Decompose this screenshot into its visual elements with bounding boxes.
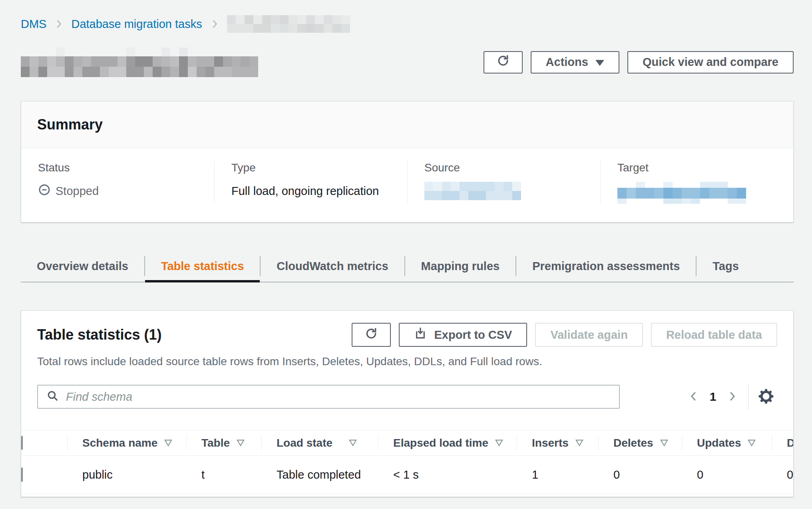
tab-tags[interactable]: Tags (697, 251, 755, 282)
tab-cloudwatch-metrics[interactable]: CloudWatch metrics (261, 251, 404, 282)
field-label: Source (424, 161, 600, 175)
column-header-updates[interactable]: Updates (682, 430, 772, 456)
row-checkbox[interactable] (21, 467, 23, 482)
chevron-right-icon (54, 19, 64, 29)
cell-table: t (186, 456, 261, 494)
sort-icon (164, 437, 173, 449)
page-header: Actions Quick view and compare (21, 47, 794, 77)
pagination: 1 (684, 384, 777, 410)
cell-elapsed-load-time: < 1 s (378, 456, 517, 494)
sort-icon (747, 437, 756, 449)
sort-icon (348, 437, 357, 449)
schema-search (37, 385, 620, 409)
column-header-table[interactable]: Table (186, 430, 261, 456)
column-header-elapsed-load-time[interactable]: Elapsed load time (378, 430, 517, 456)
sort-icon (236, 437, 245, 449)
status-badge: Stopped (38, 182, 214, 200)
refresh-icon (364, 327, 378, 343)
search-icon (47, 390, 59, 404)
chevron-right-icon (726, 390, 738, 404)
table-row: public t Table completed < 1 s 1 0 0 0 (21, 456, 794, 494)
redaction-mosaic (21, 56, 258, 77)
cell-inserts: 1 (517, 456, 598, 494)
tab-overview-details[interactable]: Overview details (21, 251, 144, 282)
export-to-csv-label: Export to CSV (434, 328, 512, 342)
field-label: Target (617, 161, 793, 175)
breadcrumb-link-migration-tasks[interactable]: Database migration tasks (71, 18, 202, 31)
column-header-ddls[interactable]: DDLs (772, 430, 794, 456)
summary-field-status: Status Stopped (21, 161, 214, 204)
summary-field-type: Type Full load, ongoing replication (214, 161, 407, 204)
target-redacted-link[interactable] (617, 182, 746, 204)
status-text: Stopped (56, 184, 99, 198)
current-page-number: 1 (703, 390, 722, 404)
caret-down-icon (595, 56, 604, 69)
summary-panel-header: Summary (21, 101, 793, 148)
next-page-button[interactable] (722, 387, 742, 406)
dms-task-page: DMS Database migration tasks Actions (0, 0, 812, 497)
summary-field-target: Target (600, 161, 793, 204)
table-header-row: Schema name Table Load state Elapse (21, 430, 794, 456)
actions-menu-label: Actions (546, 56, 588, 69)
tab-bar: Overview details Table statistics CloudW… (21, 251, 794, 282)
quick-view-compare-button[interactable]: Quick view and compare (627, 51, 794, 74)
cell-load-state: Table completed (261, 456, 378, 494)
tab-premigration-assessments[interactable]: Premigration assessments (516, 251, 696, 282)
field-label: Status (38, 161, 214, 175)
breadcrumb: DMS Database migration tasks (21, 15, 794, 33)
actions-menu-button[interactable]: Actions (531, 51, 619, 74)
table-statistics-actions: Export to CSV Validate again Reload tabl… (352, 323, 777, 347)
tab-mapping-rules[interactable]: Mapping rules (405, 251, 516, 282)
chevron-right-icon (209, 19, 220, 29)
page-title-redacted (21, 48, 258, 77)
cell-updates: 0 (682, 456, 772, 494)
breadcrumb-link-dms[interactable]: DMS (21, 18, 46, 31)
header-actions: Actions Quick view and compare (484, 51, 794, 74)
refresh-button[interactable] (484, 51, 523, 74)
summary-grid: Status Stopped Type Full load, ongoing r… (21, 148, 793, 222)
column-header-deletes[interactable]: Deletes (598, 430, 682, 456)
table-statistics-title: Table statistics (1) (37, 326, 161, 344)
validate-again-button[interactable]: Validate again (535, 323, 643, 347)
table-statistics-description: Total rows include loaded source table r… (37, 355, 777, 368)
summary-panel: Summary Status Stopped Type Full load, o… (21, 101, 794, 223)
column-header-inserts[interactable]: Inserts (517, 430, 598, 456)
download-icon (414, 327, 427, 343)
cell-schema-name: public (67, 456, 186, 494)
summary-title: Summary (37, 116, 777, 133)
export-to-csv-button[interactable]: Export to CSV (399, 323, 527, 347)
gear-icon (757, 388, 775, 406)
column-header-load-state[interactable]: Load state (261, 430, 378, 456)
toolbar-divider (748, 384, 748, 410)
summary-field-source: Source (407, 161, 600, 204)
table-statistics-panel: Table statistics (1) Export to CSV Valid… (21, 310, 794, 497)
source-redacted-link[interactable] (424, 182, 521, 200)
reload-table-data-button[interactable]: Reload table data (651, 323, 777, 347)
refresh-icon (496, 54, 510, 70)
select-all-checkbox[interactable] (21, 436, 23, 450)
sort-icon (660, 437, 669, 449)
cell-ddls: 0 (772, 456, 794, 494)
cell-deletes: 0 (598, 456, 682, 494)
chevron-left-icon (688, 390, 700, 404)
redaction-mosaic (21, 48, 258, 56)
tab-table-statistics[interactable]: Table statistics (145, 251, 260, 282)
type-value: Full load, ongoing replication (231, 182, 407, 200)
field-label: Type (231, 161, 407, 175)
sort-icon (575, 437, 584, 449)
search-input[interactable] (65, 390, 610, 404)
table-statistics-table: Schema name Table Load state Elapse (21, 430, 793, 497)
stopped-icon (38, 183, 51, 199)
column-header-schema-name[interactable]: Schema name (67, 430, 186, 456)
table-refresh-button[interactable] (352, 323, 391, 347)
settings-gear-button[interactable] (755, 386, 777, 408)
sort-icon (495, 437, 504, 449)
previous-page-button[interactable] (684, 387, 703, 406)
breadcrumb-redacted-task-name (227, 15, 350, 33)
